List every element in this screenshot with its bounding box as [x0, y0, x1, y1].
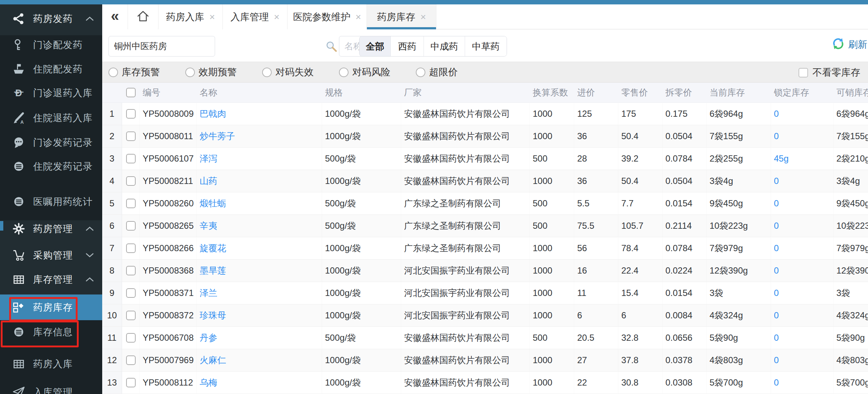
drug-name-link[interactable]: 墨旱莲 [200, 265, 226, 276]
drug-name-link[interactable]: 巴戟肉 [200, 108, 226, 120]
table-row[interactable]: 6YP50008265辛夷500g/袋广东绿之圣制药有限公司50075.5105… [102, 215, 868, 237]
locked-stock-link[interactable]: 0 [774, 288, 779, 298]
close-icon[interactable]: × [274, 11, 279, 23]
locked-stock-link[interactable]: 45g [774, 153, 789, 164]
sidebar-item-inpatient-drug-return[interactable]: A住院退药入库 [0, 105, 102, 131]
table-row[interactable]: 11YP50006708丹参500g/袋安徽盛林国药饮片有限公司50020.53… [102, 327, 868, 349]
sidebar-item-inventory-info[interactable]: 库存信息 [0, 319, 102, 345]
table-row[interactable]: 7YP50008266旋覆花1000g/袋广东绿之圣制药有限公司10005678… [102, 237, 868, 260]
sidebar-item-outpatient-dispensing[interactable]: 门诊配发药 [0, 32, 102, 58]
tab-pharmacy-inventory[interactable]: 药房库存× [367, 4, 436, 29]
locked-stock-link[interactable]: 0 [774, 109, 779, 119]
locked-stock-link[interactable]: 0 [774, 355, 779, 365]
sidebar-item-medication-statistics[interactable]: 医嘱用药统计 [0, 189, 102, 214]
drug-name-link[interactable]: 旋覆花 [200, 242, 226, 254]
table-row[interactable]: 12YP50007969火麻仁1000g/袋安徽盛林国药饮片有限公司100027… [102, 349, 868, 372]
drug-name-link[interactable]: 丹参 [200, 332, 217, 344]
table-row[interactable]: 9YP50008371泽兰1000g/袋河北安国振宇药业有限公司10001115… [102, 282, 868, 304]
split-price-cell: 0.2114 [662, 215, 707, 237]
sidebar-item-stock-in-management[interactable]: 入库管理 [0, 379, 102, 394]
row-checkbox[interactable] [126, 288, 136, 298]
drug-name-link[interactable]: 珍珠母 [200, 310, 226, 321]
table-row[interactable]: 10YP50008372珍珠母1000g/袋河北安国振宇药业有限公司100066… [102, 304, 868, 327]
sidebar-item-inpatient-dispense-records[interactable]: 住院发药记录 [0, 153, 102, 179]
filter-radio-3[interactable]: 对码风险 [339, 66, 390, 79]
row-checkbox[interactable] [126, 131, 136, 141]
table-row[interactable]: 3YP50006107泽泻500g/袋安徽盛林国药饮片有限公司5002839.2… [102, 148, 868, 170]
locked-stock-link[interactable]: 0 [774, 176, 779, 186]
tab-hospital-params[interactable]: 医院参数维护× [287, 4, 367, 29]
comment-icon [10, 136, 27, 149]
radio-icon [339, 68, 349, 77]
filter-radio-0[interactable]: 库存预警 [108, 66, 160, 79]
row-checkbox[interactable] [126, 243, 136, 253]
drug-name-link[interactable]: 泽兰 [200, 287, 217, 299]
table-row[interactable]: 5YP50008260煅牡蛎500g/袋广东绿之圣制药有限公司5005.57.7… [102, 192, 868, 215]
hide-zero-stock-checkbox[interactable]: 不看零库存 [799, 62, 860, 83]
sidebar-item-pharmacy-inventory[interactable]: 药房库存 [0, 294, 102, 320]
locked-stock-link[interactable]: 0 [774, 377, 779, 388]
drug-name-link[interactable]: 山药 [200, 175, 217, 187]
sidebar-item-pharmacy-dispensing[interactable]: 药房发药 [0, 6, 102, 32]
locked-stock-link[interactable]: 0 [774, 333, 779, 343]
close-icon[interactable]: × [209, 11, 215, 23]
home-tab[interactable] [128, 4, 158, 29]
filter-radio-2[interactable]: 对码失效 [262, 66, 314, 79]
sidebar-item-outpatient-drug-return[interactable]: Đ门诊退药入库 [0, 80, 102, 106]
locked-stock-link[interactable]: 0 [774, 198, 779, 209]
checkbox-cell [122, 282, 140, 304]
code-cell: YP50008266 [140, 237, 197, 259]
pharmacy-select-input[interactable] [108, 36, 215, 57]
filter-radio-4[interactable]: 超限价 [416, 66, 458, 79]
close-icon[interactable]: × [356, 11, 361, 23]
close-icon[interactable]: × [420, 11, 426, 23]
select-all-checkbox[interactable] [126, 88, 136, 97]
locked-stock-link[interactable]: 0 [774, 310, 779, 321]
row-checkbox[interactable] [126, 266, 136, 275]
category-button-1[interactable]: 西药 [391, 36, 424, 56]
sidebar-item-purchase-management[interactable]: 采购管理 [0, 242, 102, 268]
category-button-3[interactable]: 中草药 [465, 36, 507, 56]
row-checkbox[interactable] [126, 176, 136, 186]
locked-stock-link[interactable]: 0 [774, 243, 779, 253]
table-row[interactable]: 13YP50008112乌梅1000g/袋安徽盛林国药饮片有限公司1000223… [102, 372, 868, 394]
category-button-all[interactable]: 全部 [360, 36, 391, 56]
collapse-sidebar-button[interactable]: « [102, 4, 128, 29]
table-row[interactable]: 8YP50008368墨旱莲1000g/袋河北安国振宇药业有限公司1000162… [102, 260, 868, 282]
name-cell: 旋覆花 [197, 237, 322, 259]
tab-bar: « 药房入库×入库管理×医院参数维护×药房库存× [102, 4, 868, 29]
sidebar-item-inpatient-dispensing[interactable]: 住院配发药 [0, 56, 102, 82]
table-row[interactable]: 2YP50008011炒牛蒡子1000g/袋安徽盛林国药饮片有限公司100036… [102, 125, 868, 148]
row-checkbox[interactable] [126, 199, 136, 208]
table-row[interactable]: 4YP50008211山药1000g/袋安徽盛林国药饮片有限公司10003650… [102, 170, 868, 192]
sidebar-item-pharmacy-management[interactable]: 药房管理 [0, 216, 102, 242]
row-checkbox[interactable] [126, 109, 136, 119]
drug-name-link[interactable]: 乌梅 [200, 377, 217, 388]
drug-name-link[interactable]: 泽泻 [200, 153, 217, 165]
drug-name-link[interactable]: 辛夷 [200, 220, 217, 232]
sidebar-item-inventory-management[interactable]: 库存管理 [0, 267, 102, 292]
sidebar-item-pharmacy-stock-in[interactable]: 药房入库 [0, 351, 102, 377]
row-checkbox[interactable] [126, 221, 136, 231]
locked-stock-link[interactable]: 0 [774, 221, 779, 231]
category-button-2[interactable]: 中成药 [424, 36, 465, 56]
row-checkbox[interactable] [126, 333, 136, 343]
factor-cell: 1000 [530, 260, 574, 282]
locked-stock-link[interactable]: 0 [774, 265, 779, 276]
refresh-button[interactable]: 刷新 [832, 37, 867, 51]
search-icon[interactable] [326, 41, 337, 54]
drug-name-link[interactable]: 火麻仁 [200, 354, 226, 366]
drug-name-link[interactable]: 煅牡蛎 [200, 198, 226, 209]
row-checkbox[interactable] [126, 355, 136, 365]
sidebar-item-outpatient-dispense-records[interactable]: 门诊发药记录 [0, 130, 102, 155]
tab-pharmacy-stock-in[interactable]: 药房入库× [158, 4, 223, 29]
row-checkbox[interactable] [126, 311, 136, 320]
drug-name-link[interactable]: 炒牛蒡子 [200, 130, 235, 142]
filter-radio-1[interactable]: 效期预警 [185, 66, 237, 79]
row-checkbox[interactable] [126, 154, 136, 163]
locked-stock-link[interactable]: 0 [774, 131, 779, 141]
row-checkbox[interactable] [126, 378, 136, 387]
table-row[interactable]: 1YP50008009巴戟肉1000g/袋安徽盛林国药饮片有限公司1000125… [102, 103, 868, 125]
tab-stock-in-management[interactable]: 入库管理× [223, 4, 287, 29]
chevron-up-icon [85, 277, 94, 282]
